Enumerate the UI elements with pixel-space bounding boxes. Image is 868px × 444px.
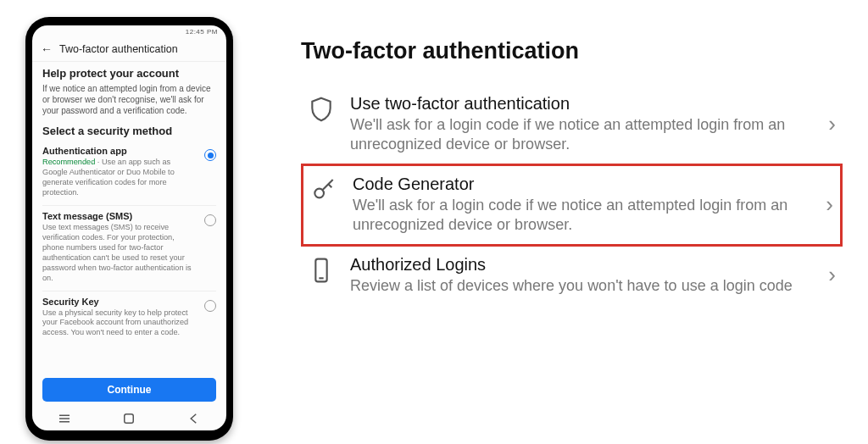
setting-desc: Review a list of devices where you won't… <box>350 276 813 296</box>
android-nav-bar <box>32 408 226 430</box>
method-sms[interactable]: Text message (SMS) Use text messages (SM… <box>42 206 216 291</box>
status-bar: 12:45 PM <box>32 25 226 37</box>
svg-point-4 <box>314 188 324 197</box>
device-icon <box>308 255 335 287</box>
chevron-right-icon: › <box>828 111 836 137</box>
method-auth-app[interactable]: Authentication app Recommended · Use an … <box>42 141 216 206</box>
phone-screen: 12:45 PM ← Two-factor authentication Hel… <box>32 25 226 430</box>
svg-line-5 <box>322 180 332 190</box>
setting-authorized-logins[interactable]: Authorized Logins Review a list of devic… <box>301 247 843 304</box>
chevron-right-icon: › <box>826 191 833 218</box>
help-protect-title: Help protect your account <box>42 67 216 80</box>
chevron-right-icon: › <box>828 262 836 288</box>
method-desc: Recommended · Use an app such as Google … <box>42 158 198 198</box>
method-security-key[interactable]: Security Key Use a physical security key… <box>42 291 216 346</box>
method-title: Text message (SMS) <box>42 211 198 221</box>
back-nav-icon[interactable] <box>186 411 202 429</box>
radio-security-key[interactable] <box>204 300 216 312</box>
setting-desc: We'll ask for a login code if we notice … <box>353 196 810 236</box>
back-arrow-icon[interactable]: ← <box>41 42 53 56</box>
header-title: Two-factor authentication <box>59 43 178 55</box>
shield-icon <box>308 94 335 126</box>
select-method-title: Select a security method <box>42 125 216 137</box>
recent-apps-icon[interactable] <box>57 411 72 429</box>
status-bar-time: 12:45 PM <box>186 28 218 36</box>
setting-title: Authorized Logins <box>350 255 813 275</box>
setting-title: Code Generator <box>353 175 810 194</box>
page-title: Two-factor authentication <box>301 38 843 64</box>
setting-code-generator[interactable]: Code Generator We'll ask for a login cod… <box>301 164 843 247</box>
svg-line-6 <box>328 184 331 187</box>
radio-auth-app[interactable] <box>204 149 216 161</box>
svg-rect-3 <box>125 413 134 423</box>
setting-two-factor-auth[interactable]: Use two-factor authentication We'll ask … <box>301 86 843 164</box>
setting-desc: We'll ask for a login code if we notice … <box>350 115 813 155</box>
setting-title: Use two-factor authentication <box>350 94 813 114</box>
method-title: Security Key <box>42 297 198 307</box>
method-desc: Use text messages (SMS) to receive verif… <box>42 223 198 284</box>
method-title: Authentication app <box>42 146 198 156</box>
phone-frame: 12:45 PM ← Two-factor authentication Hel… <box>25 17 233 441</box>
settings-list: Two-factor authentication Use two-factor… <box>233 17 843 304</box>
settings-content: Help protect your account If we notice a… <box>32 62 226 373</box>
key-icon <box>310 175 337 207</box>
app-header: ← Two-factor authentication <box>32 37 226 62</box>
method-desc: Use a physical security key to help prot… <box>42 308 198 339</box>
continue-button[interactable]: Continue <box>42 378 216 402</box>
recommended-label: Recommended <box>42 158 95 166</box>
radio-sms[interactable] <box>204 214 216 226</box>
help-protect-body: If we notice an attempted login from a d… <box>42 83 216 116</box>
home-icon[interactable] <box>121 411 136 429</box>
